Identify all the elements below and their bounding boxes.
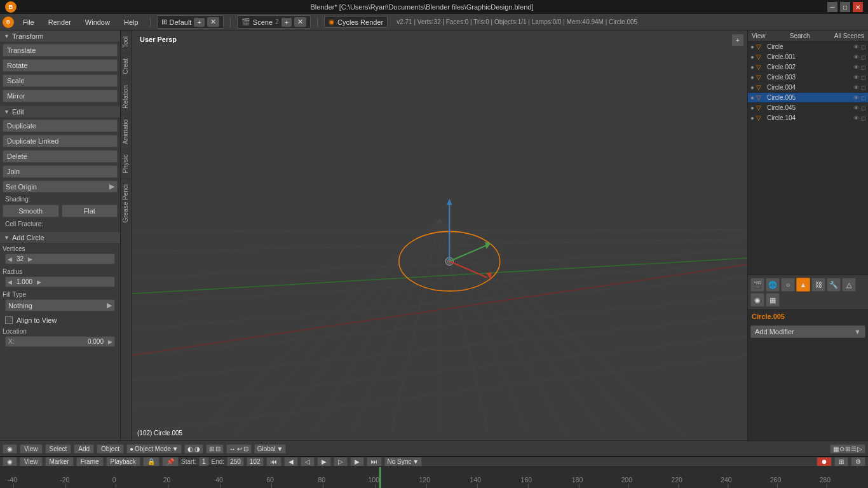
- viewport-corner-button[interactable]: +: [732, 34, 743, 46]
- render-c004[interactable]: ◻: [861, 85, 865, 91]
- next-frame-button[interactable]: ▶: [350, 457, 364, 466]
- render-c003[interactable]: ◻: [861, 74, 865, 81]
- start-field[interactable]: 1: [199, 457, 209, 466]
- outliner-item-circle104[interactable]: ● ▽ Circle.104 👁 ◻: [748, 113, 868, 123]
- bt-object[interactable]: Object: [97, 444, 124, 454]
- props-object-button[interactable]: ▲: [796, 278, 810, 292]
- visibility-icon-c004[interactable]: ●: [750, 84, 754, 91]
- radius-field[interactable]: ◀ 1.000 ▶: [5, 276, 115, 287]
- outliner-item-circle003[interactable]: ● ▽ Circle.003 👁 ◻: [748, 72, 868, 83]
- outliner-item-circle001[interactable]: ● ▽ Circle.001 👁 ◻: [748, 52, 868, 62]
- tl-frame[interactable]: Frame: [76, 457, 104, 466]
- workspace-add[interactable]: +: [194, 18, 204, 27]
- align-to-view-checkbox[interactable]: [5, 316, 13, 324]
- eye-c002[interactable]: 👁: [853, 64, 859, 71]
- visibility-icon-c005[interactable]: ●: [750, 94, 754, 101]
- radius-left-arrow[interactable]: ◀: [6, 278, 14, 287]
- record-button[interactable]: ⏺: [817, 457, 832, 466]
- eye-c104[interactable]: 👁: [853, 115, 859, 121]
- scene-add[interactable]: +: [281, 18, 292, 27]
- viewport-mode-icons[interactable]: ⊞ ⊟: [206, 444, 224, 454]
- set-origin-field[interactable]: Set Origin ▶: [3, 180, 118, 193]
- bt-select[interactable]: Select: [45, 444, 72, 454]
- visibility-icon-c003[interactable]: ●: [750, 74, 754, 81]
- eye-circle[interactable]: 👁: [853, 44, 859, 50]
- extra-btn1[interactable]: ⊞: [834, 457, 848, 466]
- play-button[interactable]: ▶: [317, 457, 331, 466]
- eye-c003[interactable]: 👁: [853, 74, 859, 81]
- x-field[interactable]: X: 0.000 ▶: [5, 336, 115, 347]
- visibility-icon-c045[interactable]: ●: [750, 104, 754, 111]
- delete-button[interactable]: Delete: [3, 150, 118, 163]
- tab-relation[interactable]: Relation: [121, 79, 132, 114]
- edit-section-header[interactable]: ▼ Edit: [0, 106, 120, 118]
- menu-render[interactable]: Render: [43, 17, 76, 27]
- rotate-button[interactable]: Rotate: [3, 59, 118, 72]
- tab-create[interactable]: Creat: [121, 53, 132, 79]
- global-dropdown[interactable]: Global ▼: [254, 444, 287, 454]
- mode-dropdown[interactable]: ● Object Mode ▼: [126, 444, 182, 454]
- eye-c001[interactable]: 👁: [853, 54, 859, 60]
- tl-marker[interactable]: Marker: [45, 457, 74, 466]
- scene-close[interactable]: ✕: [294, 17, 306, 27]
- visibility-icon-circle[interactable]: ●: [750, 43, 754, 50]
- bt-add[interactable]: Add: [74, 444, 94, 454]
- prev-key-button[interactable]: ◁: [301, 457, 315, 466]
- end-field[interactable]: 250: [227, 457, 244, 466]
- props-world-button[interactable]: ○: [781, 278, 795, 292]
- close-button[interactable]: ✕: [853, 2, 863, 12]
- tl-view[interactable]: View: [20, 457, 43, 466]
- timeline-scene-icon[interactable]: ◉: [3, 457, 17, 466]
- scene-icon-btn[interactable]: ◉: [3, 444, 17, 454]
- props-data-button[interactable]: △: [842, 278, 856, 292]
- duplicate-button[interactable]: Duplicate: [3, 119, 118, 132]
- outliner-all-scenes[interactable]: All Scenes: [834, 32, 864, 39]
- render-c005[interactable]: ◻: [861, 95, 865, 101]
- outliner-item-circle005[interactable]: ● ▽ Circle.005 👁 ◻: [748, 93, 868, 103]
- tab-animation[interactable]: Animatio: [121, 114, 132, 149]
- workspace-close[interactable]: ✕: [207, 17, 219, 27]
- scale-button[interactable]: Scale: [3, 74, 118, 87]
- props-scene-button[interactable]: 🌐: [766, 278, 780, 292]
- align-to-view-row[interactable]: Align to View: [5, 316, 115, 324]
- workspace-selector[interactable]: ⊞ Default + ✕: [157, 15, 224, 29]
- smooth-button[interactable]: Smooth: [3, 205, 59, 217]
- jump-start-button[interactable]: ⏮: [266, 457, 281, 466]
- menu-window[interactable]: Window: [80, 17, 115, 27]
- viewport[interactable]: User Persp + (102) Circle.005: [132, 30, 747, 440]
- renderer-selector[interactable]: ◉ Cycles Render: [324, 16, 388, 28]
- render-c001[interactable]: ◻: [861, 54, 865, 60]
- next-key-button[interactable]: ▷: [334, 457, 348, 466]
- tab-tool[interactable]: Tool: [121, 30, 132, 53]
- outliner-item-circle002[interactable]: ● ▽ Circle.002 👁 ◻: [748, 62, 868, 72]
- render-c104[interactable]: ◻: [861, 115, 865, 121]
- visibility-icon-c104[interactable]: ●: [750, 114, 754, 121]
- tab-physics[interactable]: Physic: [121, 149, 132, 178]
- outliner-item-circle004[interactable]: ● ▽ Circle.004 👁 ◻: [748, 83, 868, 93]
- minimize-button[interactable]: ─: [827, 2, 837, 12]
- eye-c045[interactable]: 👁: [853, 105, 859, 111]
- mirror-button[interactable]: Mirror: [3, 90, 118, 102]
- maximize-button[interactable]: □: [840, 2, 850, 12]
- tl-lock-icon[interactable]: 🔒: [143, 457, 159, 466]
- x-right-arrow[interactable]: ▶: [106, 337, 114, 346]
- outliner-search[interactable]: Search: [790, 32, 810, 39]
- tl-pin-icon[interactable]: 📌: [162, 457, 179, 466]
- scene-selector[interactable]: 🎬 Scene 2 + ✕: [237, 15, 311, 29]
- add-modifier-dropdown[interactable]: Add Modifier ▼: [750, 325, 865, 338]
- vertices-left-arrow[interactable]: ◀: [6, 255, 14, 264]
- vertices-field[interactable]: ◀ 32 ▶: [5, 254, 115, 264]
- transform-icons[interactable]: ↔ ↩ ⊡: [226, 444, 252, 454]
- sync-dropdown[interactable]: No Sync ▼: [384, 457, 423, 466]
- jump-end-button[interactable]: ⏭: [367, 457, 382, 466]
- timeline-area[interactable]: -40 -20 0 20 40 60 80 100 120 140 160 18…: [0, 467, 868, 488]
- render-c002[interactable]: ◻: [861, 64, 865, 71]
- tl-playback[interactable]: Playback: [106, 457, 141, 466]
- add-circle-header[interactable]: ▼ Add Circle: [0, 232, 120, 244]
- vertices-right-arrow[interactable]: ▶: [26, 255, 34, 264]
- extra-btn2[interactable]: ⚙: [851, 457, 865, 466]
- eye-c004[interactable]: 👁: [853, 85, 859, 91]
- outliner-view[interactable]: View: [752, 32, 766, 39]
- outliner-item-circle045[interactable]: ● ▽ Circle.045 👁 ◻: [748, 103, 868, 113]
- render-circle[interactable]: ◻: [861, 44, 865, 50]
